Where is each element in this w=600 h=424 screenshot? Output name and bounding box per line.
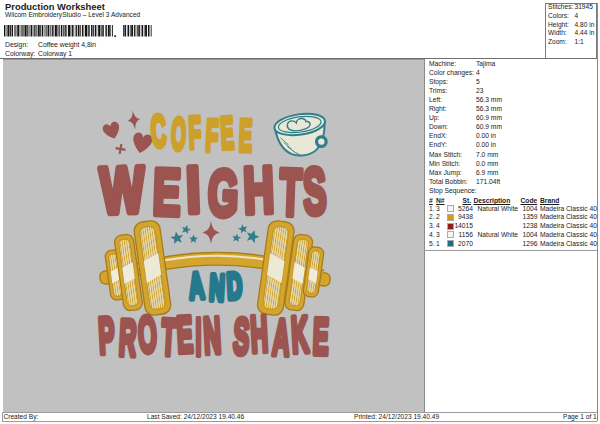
svg-text:T: T (160, 309, 178, 366)
svg-text:O: O (136, 305, 158, 362)
svg-text:I: I (196, 309, 202, 365)
svg-text:F: F (205, 110, 220, 161)
svg-text:W: W (99, 153, 146, 227)
svg-text:O: O (171, 109, 187, 159)
svg-text:A: A (187, 265, 205, 307)
svg-text:G: G (207, 156, 240, 230)
svg-text:T: T (279, 156, 303, 229)
svg-text:E: E (312, 308, 330, 365)
svg-text:A: A (271, 309, 291, 366)
svg-text:E: E (152, 156, 182, 230)
svg-text:S: S (302, 154, 327, 227)
svg-text:D: D (226, 265, 243, 306)
svg-text:C: C (149, 105, 168, 156)
svg-text:E: E (220, 108, 236, 158)
svg-text:S: S (232, 308, 251, 365)
svg-text:,: , (114, 27, 117, 38)
svg-text:P: P (97, 307, 116, 364)
svg-text:H: H (242, 153, 275, 228)
svg-text:H: H (249, 305, 269, 362)
svg-text:I: I (185, 153, 202, 226)
svg-text:F: F (188, 107, 202, 158)
svg-text:N: N (202, 307, 222, 364)
svg-text:K: K (290, 306, 310, 363)
svg-text:E: E (175, 306, 194, 363)
svg-text:R: R (118, 309, 138, 366)
svg-text:N: N (208, 267, 225, 308)
